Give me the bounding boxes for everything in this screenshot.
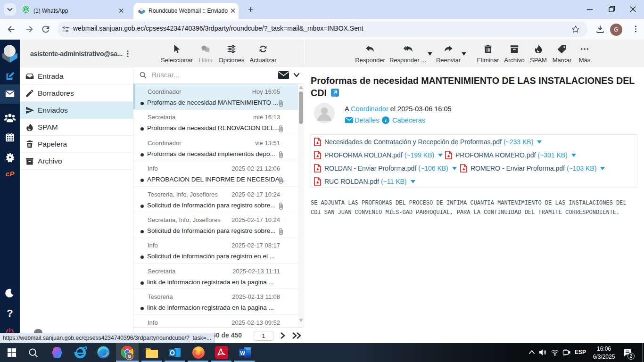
svg-text:1: 1	[25, 7, 27, 12]
svg-text:W: W	[240, 350, 245, 356]
